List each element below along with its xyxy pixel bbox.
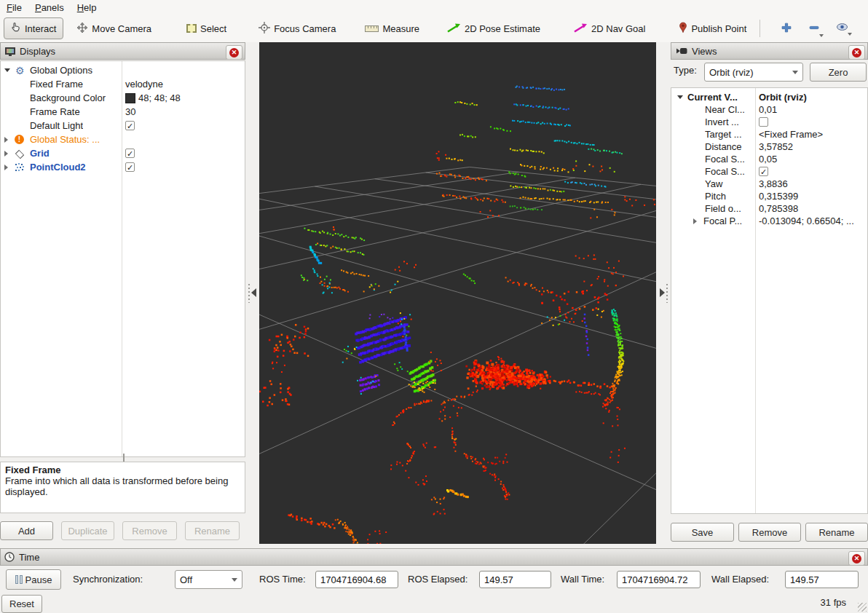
tree-row-target-frame[interactable]: Target ... <Fixed Frame> <box>671 128 867 141</box>
expander-icon[interactable] <box>4 137 8 143</box>
duplicate-button[interactable]: Duplicate <box>61 521 114 540</box>
expander-icon[interactable] <box>4 165 8 170</box>
save-button[interactable]: Save <box>671 523 734 542</box>
pause-button[interactable]: Pause <box>6 569 61 590</box>
tree-row-default-light[interactable]: Default Light <box>1 119 245 133</box>
remove-button[interactable]: Remove <box>122 521 177 540</box>
tree-row-focal-shape-size[interactable]: Focal S... 0,05 <box>671 153 867 165</box>
checkbox[interactable] <box>125 121 135 130</box>
tree-row-focal-point[interactable]: Focal P... -0.013094; 0.66504; ... <box>671 215 867 227</box>
tree-value[interactable]: 0,01 <box>759 104 777 115</box>
expander-icon[interactable] <box>693 218 697 224</box>
tree-value[interactable]: 48; 48; 48 <box>125 92 181 103</box>
help-title: Fixed Frame <box>5 464 240 475</box>
nav-goal-tool-button[interactable]: 2D Nav Goal <box>567 18 652 39</box>
pause-icon <box>15 575 23 584</box>
tool-visibility-button[interactable] <box>832 20 853 37</box>
views-panel: Views ✕ Type: Orbit (rviz) Zero Current … <box>671 42 868 544</box>
measure-tool-button[interactable]: Measure <box>358 19 427 39</box>
expander-icon[interactable] <box>677 95 683 99</box>
collapse-left-icon[interactable] <box>251 288 256 297</box>
tree-value[interactable]: 3,57852 <box>759 141 793 152</box>
remove-tool-icon <box>808 25 820 36</box>
reset-button[interactable]: Reset <box>1 595 42 613</box>
interact-tool-button[interactable]: Interact <box>4 17 63 39</box>
move-camera-tool-button[interactable]: Move Camera <box>69 17 159 40</box>
tree-row-background-color[interactable]: Background Color 48; 48; 48 <box>1 91 245 105</box>
tree-row-focal-shape-fixed[interactable]: Focal S... <box>671 165 867 178</box>
video-camera-icon <box>676 47 687 55</box>
tool-label: Measure <box>382 23 419 34</box>
displays-tree: ⚙ Global Options Fixed Frame velodyne Ba… <box>0 60 245 457</box>
expander-icon[interactable] <box>4 68 10 72</box>
tree-row-field-of-view[interactable]: Field o... 0,785398 <box>671 202 867 215</box>
wall-elapsed-field[interactable] <box>785 571 859 588</box>
close-button[interactable]: ✕ <box>848 551 865 566</box>
checkbox[interactable] <box>759 117 768 127</box>
synchronization-dropdown[interactable]: Off <box>175 570 242 589</box>
view-type-value: Orbit (rviz) <box>709 67 754 78</box>
tree-row-grid[interactable]: Grid <box>1 146 245 160</box>
tree-value[interactable]: 3,8836 <box>759 178 788 189</box>
warning-icon: ! <box>15 135 24 144</box>
zero-button[interactable]: Zero <box>810 63 867 82</box>
menu-panels[interactable]: Panels <box>28 1 71 14</box>
remove-view-button[interactable]: Remove <box>738 523 801 542</box>
tree-label: Near Cl... <box>705 104 753 115</box>
tree-value[interactable]: 0,315399 <box>759 191 798 202</box>
rename-button[interactable]: Rename <box>185 521 240 540</box>
collapse-right-icon[interactable] <box>660 288 665 297</box>
tree-label: Background Color <box>30 92 106 103</box>
rename-view-button[interactable]: Rename <box>805 523 868 542</box>
tree-row-invert-z[interactable]: Invert ... <box>671 116 867 128</box>
tree-row-global-status[interactable]: ! Global Status: ... <box>1 133 245 146</box>
tree-row-yaw[interactable]: Yaw 3,8836 <box>671 178 867 190</box>
tree-row-global-options[interactable]: ⚙ Global Options <box>1 63 245 77</box>
tree-row-fixed-frame[interactable]: Fixed Frame velodyne <box>1 77 245 91</box>
select-tool-button[interactable]: Select <box>179 19 234 39</box>
remove-tool-button[interactable] <box>804 19 824 39</box>
tree-row-pitch[interactable]: Pitch 0,315399 <box>671 190 867 202</box>
checkbox[interactable] <box>125 149 135 158</box>
focus-icon <box>259 22 270 36</box>
tree-value[interactable]: <Fixed Frame> <box>759 129 823 140</box>
menu-help[interactable]: Help <box>71 1 103 14</box>
left-splitter[interactable] <box>245 42 259 544</box>
checkbox[interactable] <box>125 162 135 172</box>
checkbox[interactable] <box>759 167 768 176</box>
add-tool-icon <box>781 25 792 36</box>
tree-row-distance[interactable]: Distance 3,57852 <box>671 141 867 153</box>
add-tool-button[interactable] <box>776 19 797 39</box>
pose-estimate-tool-button[interactable]: 2D Pose Estimate <box>440 18 548 39</box>
views-panel-header[interactable]: Views ✕ <box>671 42 868 60</box>
tree-value[interactable]: 0,785398 <box>759 203 798 214</box>
menu-file[interactable]: File <box>0 1 28 14</box>
close-button[interactable]: ✕ <box>226 45 242 60</box>
views-buttons: Save Remove Rename <box>671 523 868 542</box>
ros-elapsed-field[interactable] <box>479 571 551 588</box>
publish-point-tool-button[interactable]: Publish Point <box>671 17 754 40</box>
ros-time-field[interactable] <box>315 571 398 588</box>
tree-label: Frame Rate <box>30 106 80 117</box>
tree-row-near-clip[interactable]: Near Cl... 0,01 <box>671 103 867 116</box>
close-button[interactable]: ✕ <box>848 45 865 60</box>
tree-value[interactable]: velodyne <box>125 79 163 90</box>
displays-panel-header[interactable]: Displays ✕ <box>0 42 245 60</box>
wall-time-field[interactable] <box>617 571 701 588</box>
tree-label: Focal S... <box>705 166 753 177</box>
resize-grip[interactable] <box>858 603 867 612</box>
tree-row-frame-rate[interactable]: Frame Rate 30 <box>1 105 245 119</box>
add-button[interactable]: Add <box>0 521 53 540</box>
time-panel-header[interactable]: Time ✕ <box>0 548 868 566</box>
right-splitter[interactable] <box>656 42 671 544</box>
focus-camera-tool-button[interactable]: Focus Camera <box>251 17 343 40</box>
main-viewport[interactable] <box>259 42 656 544</box>
tree-value[interactable]: -0.013094; 0.66504; ... <box>759 215 867 226</box>
view-type-dropdown[interactable]: Orbit (rviz) <box>704 63 803 82</box>
tree-value[interactable]: 30 <box>125 106 135 117</box>
tree-label: Default Light <box>30 120 83 131</box>
expander-icon[interactable] <box>4 151 8 157</box>
tree-value[interactable]: 0,05 <box>759 154 777 165</box>
tree-row-pointcloud2[interactable]: PointCloud2 <box>1 160 245 174</box>
tree-row-current-view[interactable]: Current V... Orbit (rviz) <box>671 91 867 103</box>
